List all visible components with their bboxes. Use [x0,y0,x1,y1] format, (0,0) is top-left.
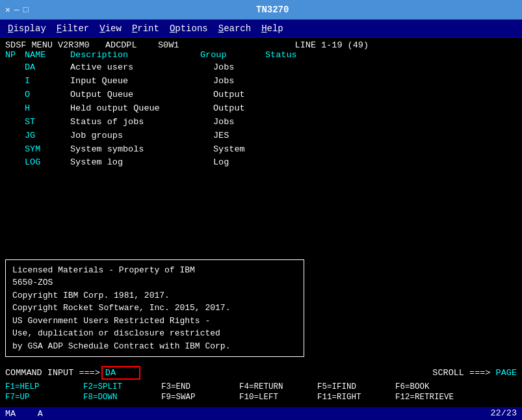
close-icon[interactable]: ✕ [5,5,10,15]
col-np: NP [5,50,25,60]
col-status: Status [265,50,330,60]
maximize-icon[interactable]: □ [23,5,29,15]
scroll-value: PAGE [496,368,517,378]
copyright-line: by GSA ADP Schedule Contract with IBM Co… [12,340,297,353]
fkey-f6[interactable]: F6=BOOK [395,382,473,391]
function-keys: F1=HELP F2=SPLIT F3=END F4=RETURN F5=IFI… [5,382,517,403]
fkey-f10[interactable]: F10=LEFT [239,393,317,402]
menu-options[interactable]: Options [164,22,213,35]
copyright-line: US Government Users Restricted Rights - [12,315,297,328]
terminal-header: SDSF MENU V2R3M0 ADCDPL S0W1 LINE 1-19 (… [5,40,369,50]
table-row: DA Active users Jobs [5,61,517,75]
command-line: COMMAND INPUT ===> SCROLL ===> PAGE [5,366,517,380]
data-rows: DA Active users Jobs I Input Queue Jobs … [5,61,517,256]
table-row: SYM System symbols System [5,143,517,157]
fkey-f1[interactable]: F1=HELP [5,382,83,391]
window-title: TN3270 [28,5,517,15]
col-description: Description [70,50,200,60]
fkey-f9[interactable]: F9=SWAP [161,393,239,402]
col-name: NAME [25,50,70,60]
menu-view[interactable]: View [94,22,127,35]
menu-display[interactable]: Display [3,22,51,35]
fkey-f4[interactable]: F4=RETURN [239,382,317,391]
terminal-area: SDSF MENU V2R3M0 ADCDPL S0W1 LINE 1-19 (… [0,38,522,363]
status-bar: MA A 22/23 [0,407,522,420]
table-row: O Output Queue Output [5,88,517,102]
status-ma: MA [5,409,16,419]
table-row: LOG System log Log [5,156,517,170]
command-input[interactable] [101,366,140,380]
copyright-line: Use, duplication or disclosure restricte… [12,327,297,340]
terminal-header-line: SDSF MENU V2R3M0 ADCDPL S0W1 LINE 1-19 (… [5,40,517,50]
menu-print[interactable]: Print [127,22,164,35]
title-bar: ✕ — □ TN3270 [0,0,522,20]
table-row: JG Job groups JES [5,129,517,143]
menu-filter[interactable]: Filter [51,22,94,35]
menu-help[interactable]: Help [256,22,289,35]
fkey-f5[interactable]: F5=IFIND [317,382,395,391]
copyright-line: Copyright IBM Corp. 1981, 2017. [12,289,297,302]
status-right: 22/23 [490,408,517,419]
copyright-line: Licensed Materials - Property of IBM [12,264,297,277]
fkey-f3[interactable]: F3=END [161,382,239,391]
fkey-f2[interactable]: F2=SPLIT [83,382,161,391]
minimize-icon[interactable]: — [14,5,20,15]
fkey-f11[interactable]: F11=RIGHT [317,393,395,402]
bottom-section: COMMAND INPUT ===> SCROLL ===> PAGE F1=H… [0,363,522,407]
table-row: H Held output Queue Output [5,102,517,116]
fkey-f12[interactable]: F12=RETRIEVE [395,393,473,402]
table-row: I Input Queue Jobs [5,75,517,88]
copyright-line: 5650-ZOS [12,276,297,289]
menu-search[interactable]: Search [213,22,256,35]
command-label: COMMAND INPUT ===> [5,368,100,378]
scroll-label: SCROLL ===> PAGE [243,368,517,378]
fkey-f7[interactable]: F7=UP [5,393,83,402]
status-left: MA A [5,408,43,419]
col-group: Group [200,50,265,60]
copyright-line: Copyright Rocket Software, Inc. 2015, 20… [12,302,297,315]
status-a: A [38,409,43,419]
copyright-box: Licensed Materials - Property of IBM 565… [5,259,304,358]
fkey-f8[interactable]: F8=DOWN [83,393,161,402]
menu-bar: Display Filter View Print Options Search… [0,20,522,38]
window-controls[interactable]: ✕ — □ [5,5,28,15]
column-headers: NP NAME Description Group Status [5,50,517,60]
table-row: ST Status of jobs Jobs [5,116,517,129]
